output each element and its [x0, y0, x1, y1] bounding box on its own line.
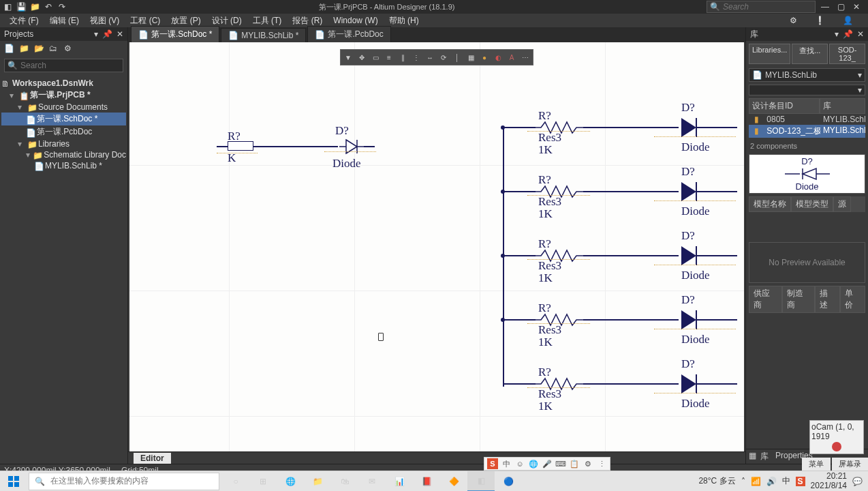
desc-col[interactable]: 描述	[815, 286, 840, 313]
diode-designator[interactable]: D?	[681, 101, 695, 115]
diode-designator[interactable]: D?	[681, 229, 695, 243]
diode-designator[interactable]: D?	[681, 165, 695, 179]
resistor-value[interactable]: 1K	[538, 400, 553, 413]
filter-icon[interactable]: ▼	[342, 51, 354, 63]
align-v-icon[interactable]: │	[451, 51, 463, 63]
warn-icon[interactable]: ◐	[492, 51, 504, 63]
collapse-icon[interactable]: ▾	[18, 139, 25, 149]
start-button[interactable]	[0, 471, 27, 492]
align-left-icon[interactable]: ≡	[383, 51, 395, 63]
mfr-col[interactable]: 制造商	[782, 286, 816, 313]
diode-designator[interactable]: D?	[681, 357, 695, 371]
settings-small-icon[interactable]: ⚙	[64, 44, 74, 53]
projects-search[interactable]: 🔍	[4, 59, 123, 72]
resistor-comment[interactable]: Res3	[538, 131, 561, 145]
text-icon[interactable]: A	[506, 51, 518, 63]
sogou-tray-icon[interactable]: S	[796, 477, 805, 486]
tree-workspace[interactable]: 🗎 Workspace1.DsnWrk	[1, 78, 126, 89]
resistor-designator[interactable]: R?	[228, 130, 241, 143]
find-button[interactable]: 查找...	[792, 44, 828, 64]
panel-close-icon[interactable]: ✕	[857, 29, 864, 39]
diode-value[interactable]: Diode	[681, 269, 710, 282]
move-icon[interactable]: ✥	[356, 51, 368, 63]
ime-settings-icon[interactable]: ⚙	[583, 458, 593, 469]
ocam-overlay[interactable]: oCam (1, 0, 1919	[809, 420, 864, 454]
undo-icon[interactable]: ↶	[44, 2, 53, 12]
clock[interactable]: 20:21 2021/8/14	[811, 472, 847, 490]
panel-close-icon[interactable]: ✕	[117, 29, 123, 39]
tab-mylib[interactable]: 📄 MYLIB.SchLib *	[221, 28, 306, 42]
screen-rec-tab[interactable]: 屏幕录	[832, 458, 868, 471]
diode-value[interactable]: Diode	[332, 157, 361, 170]
save-icon[interactable]: 💾	[16, 2, 26, 12]
tab-schdoc[interactable]: 📄 第一课.SchDoc *	[131, 26, 219, 42]
volume-icon[interactable]: 🔊	[766, 477, 777, 486]
collapse-icon[interactable]: ▾	[18, 102, 25, 112]
menu-tab[interactable]: 菜单	[802, 458, 831, 471]
ime-mic-icon[interactable]: 🎤	[542, 458, 553, 469]
tree-schdoc[interactable]: 📄 第一课.SchDoc *	[1, 113, 126, 125]
align-top-icon[interactable]: ∥	[397, 51, 409, 63]
resistor-value[interactable]: K	[228, 151, 236, 165]
lib-icon[interactable]: ▦	[749, 451, 756, 462]
tray-up-icon[interactable]: ˄	[741, 477, 745, 486]
maximize-icon[interactable]: ▢	[837, 2, 845, 12]
lib-label[interactable]: 库	[760, 451, 769, 462]
menu-edit[interactable]: 编辑 (E)	[44, 14, 84, 28]
ime-toolbar[interactable]: S 中 ☺ 🌐 🎤 ⌨ 📋 ⚙ ⋮	[484, 457, 610, 471]
library-combo[interactable]: 📄 MYLIB.SchLib ▾	[749, 68, 865, 82]
taskview-icon[interactable]: ⊞	[249, 471, 277, 492]
collapse-icon[interactable]: ▾	[10, 91, 16, 100]
weather-widget[interactable]: 28°C 多云	[698, 475, 735, 487]
titlebar-search-input[interactable]	[723, 2, 826, 12]
resistor-designator[interactable]: R?	[538, 109, 551, 123]
folder-open-icon[interactable]: 📂	[34, 44, 44, 53]
folder-icon[interactable]: 📁	[19, 44, 29, 53]
ime-more-icon[interactable]: ⋮	[596, 458, 607, 469]
tree-mylib[interactable]: 📄 MYLIB.SchLib *	[1, 160, 126, 171]
close-icon[interactable]: ✕	[853, 2, 860, 12]
file-icon[interactable]: 📄	[4, 44, 14, 53]
col-lib[interactable]: 库	[820, 98, 865, 114]
rotate-icon[interactable]: ⟳	[437, 51, 450, 63]
price-col[interactable]: 单价	[840, 286, 865, 313]
editor-tab[interactable]: Editor	[134, 453, 171, 464]
notif-icon[interactable]: ❕	[809, 14, 831, 27]
resistor-designator[interactable]: R?	[538, 366, 551, 379]
ime-indicator-icon[interactable]: 中	[782, 475, 790, 487]
tree-libraries[interactable]: ▾ 📁 Libraries	[1, 138, 126, 149]
table-row[interactable]: ▮ 0805 MYLIB.SchLib	[749, 114, 865, 125]
model-src-col[interactable]: 源	[833, 196, 851, 212]
libraries-button[interactable]: Libraries...	[749, 44, 790, 64]
menu-view[interactable]: 视图 (V)	[84, 14, 125, 28]
diode-designator[interactable]: D?	[335, 124, 349, 138]
model-type-col[interactable]: 模型类型	[791, 196, 833, 212]
color-icon[interactable]: ●	[478, 51, 491, 63]
tree-src-docs[interactable]: ▾ 📁 Source Documents	[1, 102, 126, 113]
grid-icon[interactable]: ▦	[465, 51, 477, 63]
altium-icon[interactable]: ◧	[467, 471, 495, 492]
powerpoint-icon[interactable]: 📊	[386, 471, 413, 492]
notification-icon[interactable]: 💬	[852, 477, 863, 486]
menu-tools[interactable]: 工具 (T)	[247, 14, 288, 28]
col-id[interactable]: 设计条目ID	[749, 98, 820, 114]
edge-icon[interactable]: 🌐	[277, 471, 304, 492]
resistor-comment[interactable]: Res3	[538, 259, 561, 273]
network-icon[interactable]: 📶	[751, 477, 761, 486]
collapse-icon[interactable]: ▾	[26, 150, 30, 160]
panel-pin-icon[interactable]: 📌	[102, 29, 112, 39]
mail-icon[interactable]: ✉	[358, 471, 386, 492]
resistor-designator[interactable]: R?	[538, 237, 551, 251]
minimize-icon[interactable]: —	[821, 2, 829, 12]
resistor-value[interactable]: 1K	[538, 271, 553, 285]
store-icon[interactable]: 🛍	[331, 471, 358, 492]
ime-lang-icon[interactable]: 中	[501, 458, 512, 469]
flip-icon[interactable]: ↔	[424, 51, 436, 63]
ime-keyboard-icon[interactable]: ⌨	[555, 458, 566, 469]
ime-logo-icon[interactable]: S	[487, 458, 498, 469]
ime-clip-icon[interactable]: 📋	[569, 458, 580, 469]
taskbar-search[interactable]: 🔍 在这里输入你要搜索的内容	[29, 473, 219, 490]
open-icon[interactable]: 📁	[30, 2, 40, 12]
panel-pin-icon[interactable]: 📌	[843, 29, 853, 39]
chrome-icon[interactable]: 🔵	[495, 471, 522, 492]
